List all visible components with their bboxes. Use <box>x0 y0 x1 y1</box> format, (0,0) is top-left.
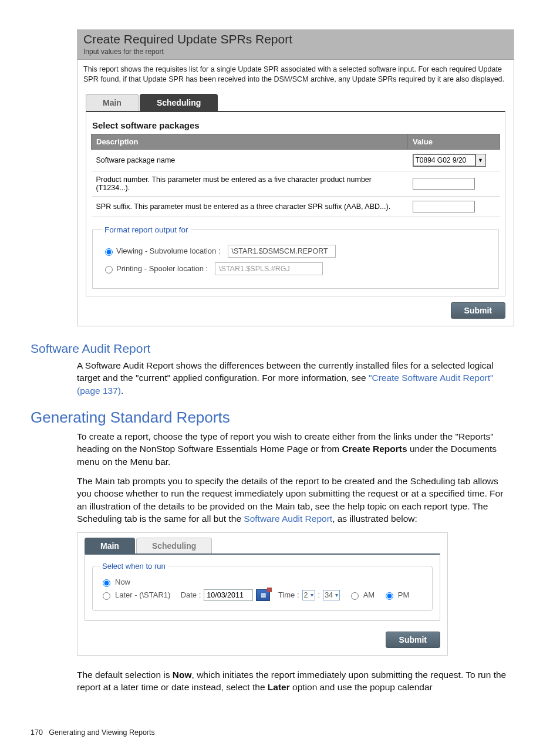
gsr-paragraph-1: To create a report, choose the type of r… <box>77 430 514 468</box>
viewing-label: Viewing - Subvolume location : <box>116 247 221 255</box>
bold-text: Later <box>268 682 290 692</box>
am-label: AM <box>363 590 375 599</box>
chevron-down-icon[interactable]: ▼ <box>475 154 485 166</box>
radio-printing[interactable] <box>105 266 113 274</box>
minute-select[interactable]: 34▾ <box>323 590 340 600</box>
submit-button[interactable]: Submit <box>451 302 505 319</box>
bold-text: Create Reports <box>342 444 407 454</box>
hour-select[interactable]: 2▾ <box>302 590 315 600</box>
format-output-fieldset: Format report output for Viewing - Subvo… <box>92 225 499 289</box>
packages-table: Description Value Software package name … <box>91 134 500 217</box>
bold-text: Now <box>173 670 192 680</box>
date-input[interactable] <box>204 589 253 601</box>
tab-scheduling[interactable]: Scheduling <box>136 538 212 553</box>
package-name-input[interactable] <box>413 154 475 166</box>
time-label: Time : <box>278 590 299 599</box>
package-name-combo[interactable]: ▼ <box>413 154 486 167</box>
software-audit-paragraph: A Software Audit Report shows the differ… <box>77 359 514 397</box>
chevron-down-icon: ▾ <box>335 592 338 598</box>
section-title: Select software packages <box>92 120 499 130</box>
fieldset-legend: Format report output for <box>102 225 191 234</box>
panel-header: Create Required Update SPRs Report Input… <box>77 30 514 60</box>
radio-pm[interactable] <box>386 592 393 600</box>
software-audit-heading: Software Audit Report <box>31 342 514 356</box>
chevron-down-icon: ▾ <box>311 592 313 598</box>
col-value: Value <box>408 134 500 149</box>
table-row: Product number. This parameter must be e… <box>92 171 500 196</box>
printing-path[interactable]: \STAR1.$SPLS.#RGJ <box>215 262 323 275</box>
minute-value: 34 <box>325 591 333 599</box>
page-footer: 170 Generating and Viewing Reports <box>31 728 514 737</box>
sar-link[interactable]: Software Audit Report <box>244 514 332 524</box>
footer-section: Generating and Viewing Reports <box>49 728 154 737</box>
submit-button[interactable]: Submit <box>386 632 440 648</box>
calendar-icon[interactable]: ▦ <box>256 589 270 601</box>
text: . <box>121 386 123 396</box>
desc-cell: Software package name <box>92 149 408 171</box>
hour-value: 2 <box>304 591 308 599</box>
tab-main[interactable]: Main <box>85 538 135 553</box>
radio-now[interactable] <box>103 579 110 587</box>
panel-subtitle: Input values for the report <box>83 48 508 56</box>
table-row: Software package name ▼ <box>92 149 500 171</box>
generating-reports-heading: Generating Standard Reports <box>31 409 514 427</box>
panel-intro: This report shows the requisites list fo… <box>77 60 514 90</box>
text: option and use the popup calendar <box>290 682 433 692</box>
table-row: SPR suffix. This parameter must be enter… <box>92 196 500 217</box>
desc-cell: Product number. This parameter must be e… <box>92 171 408 196</box>
product-number-input[interactable] <box>413 178 475 190</box>
now-label: Now <box>115 578 130 586</box>
tab-bar: Main Scheduling <box>86 94 505 111</box>
tab-content: Select when to run Now Later - (\STAR1) … <box>85 553 440 621</box>
radio-later[interactable] <box>103 592 110 600</box>
create-sprs-report-panel: Create Required Update SPRs Report Input… <box>77 29 514 326</box>
colon: : <box>318 590 321 599</box>
col-description: Description <box>92 134 408 149</box>
radio-am[interactable] <box>351 592 359 600</box>
scheduling-panel: Main Scheduling Select when to run Now L… <box>77 532 448 656</box>
when-fieldset: Select when to run Now Later - (\STAR1) … <box>92 562 433 611</box>
later-label: Later - (\STAR1) <box>115 590 170 599</box>
after-paragraph: The default selection is Now, which init… <box>77 669 514 694</box>
panel-title: Create Required Update SPRs Report <box>83 32 508 46</box>
viewing-path[interactable]: \STAR1.$DSMSCM.REPORT <box>228 245 336 258</box>
tab-content: Select software packages Description Val… <box>86 111 505 296</box>
printing-label: Printing - Spooler location : <box>116 264 208 273</box>
desc-cell: SPR suffix. This parameter must be enter… <box>92 196 408 217</box>
tab-main[interactable]: Main <box>86 94 139 111</box>
tab-scheduling[interactable]: Scheduling <box>140 94 218 111</box>
text: , as illustrated below: <box>332 514 417 524</box>
when-legend: Select when to run <box>100 562 168 571</box>
spr-suffix-input[interactable] <box>413 201 475 212</box>
page-number: 170 <box>31 728 43 737</box>
date-label: Date : <box>181 590 201 599</box>
text: The default selection is <box>77 670 173 680</box>
gsr-paragraph-2: The Main tab prompts you to specify the … <box>77 475 514 525</box>
tab-bar: Main Scheduling <box>85 533 447 553</box>
radio-viewing[interactable] <box>105 248 113 256</box>
pm-label: PM <box>398 590 410 599</box>
